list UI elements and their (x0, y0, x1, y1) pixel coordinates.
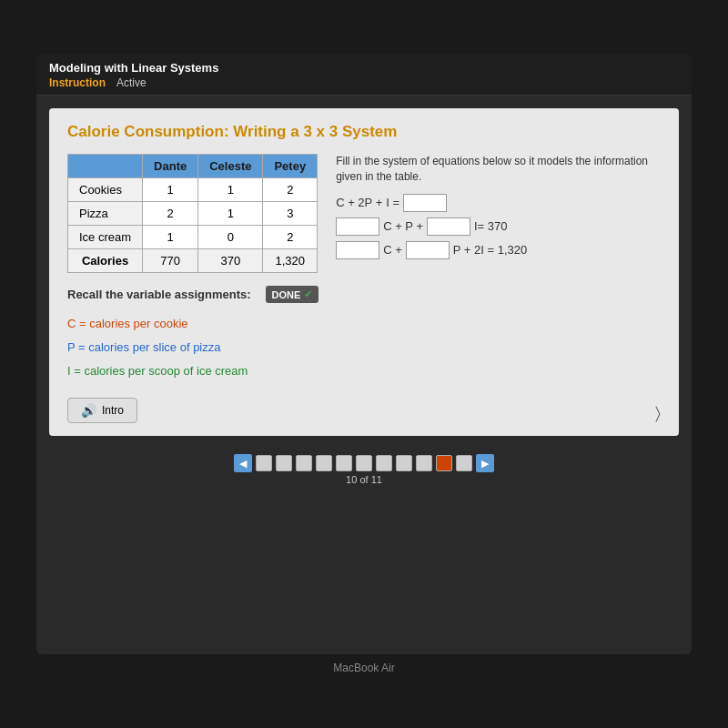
page-title: Modeling with Linear Systems (49, 61, 679, 75)
eq2-suffix: I= 370 (474, 219, 508, 233)
eq-instructions: Fill in the system of equations below so… (336, 154, 661, 185)
page-dot-9[interactable] (416, 455, 432, 471)
page-count: 10 of 11 (346, 474, 382, 485)
cell-pizza-petey: 3 (263, 202, 318, 226)
content-area: Calorie Consumption: Writing a 3 x 3 Sys… (49, 108, 679, 436)
cell-icecream-petey: 2 (263, 226, 318, 249)
table-row-calories: Calories 770 370 1,320 (68, 249, 318, 273)
top-bar: Modeling with Linear Systems Instruction… (36, 54, 692, 96)
page-dots-row: ◀ ▶ (234, 454, 494, 472)
table-row-icecream: Ice cream 1 0 2 (68, 226, 318, 249)
var-p-label: P = calories per slice of pizza (67, 336, 661, 359)
intro-label: Intro (102, 404, 124, 417)
row-label-pizza: Pizza (68, 202, 143, 226)
speaker-icon: 🔊 (81, 403, 96, 418)
equation-row-3: C + P + 2I = 1,320 (336, 241, 661, 259)
table-row-cookies: Cookies 1 1 2 (68, 178, 318, 202)
col-header-empty (68, 155, 143, 178)
nav-instruction[interactable]: Instruction (49, 76, 106, 89)
row-label-icecream: Ice cream (68, 226, 143, 249)
page-dot-6[interactable] (356, 455, 372, 471)
page-dot-7[interactable] (376, 455, 392, 471)
cell-icecream-celeste: 0 (198, 226, 263, 249)
row-label-cookies: Cookies (68, 178, 143, 202)
cursor-pointer-icon: 〉 (655, 404, 661, 423)
cell-calories-petey: 1,320 (263, 249, 318, 273)
equation-row-1: C + 2P + I = (336, 194, 661, 212)
done-badge[interactable]: DONE ✓ (266, 286, 319, 303)
recall-row: Recall the variable assignments: DONE ✓ (67, 286, 661, 303)
macbook-label: MacBook Air (333, 662, 394, 674)
eq2-input-coeff[interactable] (336, 217, 379, 236)
below-table: Recall the variable assignments: DONE ✓ … (67, 286, 661, 383)
eq3-suffix: P + 2I = 1,320 (453, 243, 527, 257)
equations-area: Fill in the system of equations below so… (336, 154, 661, 265)
section-title: Calorie Consumption: Writing a 3 x 3 Sys… (67, 123, 661, 141)
page-dot-8[interactable] (396, 455, 412, 471)
cell-cookies-dante: 1 (143, 178, 198, 202)
prev-page-button[interactable]: ◀ (234, 454, 252, 472)
col-header-dante: Dante (143, 155, 198, 178)
variable-list: C = calories per cookie P = calories per… (67, 312, 661, 383)
table-row-pizza: Pizza 2 1 3 (68, 202, 318, 226)
page-dot-11[interactable] (456, 455, 472, 471)
cell-icecream-dante: 1 (143, 226, 198, 249)
cell-pizza-dante: 2 (143, 202, 198, 226)
check-icon: ✓ (304, 288, 312, 300)
eq3-prefix: C + (383, 243, 402, 257)
nav-active[interactable]: Active (116, 76, 147, 89)
cell-cookies-petey: 2 (263, 178, 318, 202)
row-label-calories: Calories (68, 249, 143, 273)
page-dot-2[interactable] (276, 455, 292, 471)
eq2-input-var[interactable] (427, 217, 470, 236)
main-screen: Modeling with Linear Systems Instruction… (36, 54, 692, 654)
var-c-label: C = calories per cookie (67, 312, 661, 336)
eq1-prefix: C + 2P + (336, 196, 382, 209)
eq1-var: I = (386, 196, 399, 209)
intro-button[interactable]: 🔊 Intro (67, 398, 137, 423)
calorie-table: Dante Celeste Petey Cookies 1 1 2 (67, 154, 318, 273)
eq3-input-coeff[interactable] (336, 241, 379, 259)
data-table-container: Dante Celeste Petey Cookies 1 1 2 (67, 154, 318, 273)
cell-calories-dante: 770 (143, 249, 198, 273)
cell-pizza-celeste: 1 (198, 202, 263, 226)
top-nav: Instruction Active (49, 76, 679, 89)
page-dot-5[interactable] (336, 455, 352, 471)
eq2-prefix: C + P + (383, 219, 423, 233)
eq3-input-var[interactable] (406, 241, 450, 259)
page-dot-10[interactable] (436, 455, 452, 471)
equation-row-2: C + P + I= 370 (336, 217, 661, 236)
eq1-input[interactable] (403, 194, 447, 212)
main-content: Dante Celeste Petey Cookies 1 1 2 (67, 154, 661, 273)
done-label: DONE (272, 289, 301, 300)
cell-calories-celeste: 370 (198, 249, 263, 273)
col-header-petey: Petey (263, 155, 318, 178)
recall-label: Recall the variable assignments: (67, 288, 251, 301)
var-i-label: I = calories per scoop of ice cream (67, 359, 661, 383)
page-dot-1[interactable] (256, 455, 272, 471)
page-dot-3[interactable] (296, 455, 312, 471)
col-header-celeste: Celeste (198, 155, 263, 178)
cell-cookies-celeste: 1 (198, 178, 263, 202)
next-page-button[interactable]: ▶ (476, 454, 494, 472)
page-dot-4[interactable] (316, 455, 332, 471)
pagination-area: ◀ ▶ 10 of 11 (36, 449, 692, 485)
